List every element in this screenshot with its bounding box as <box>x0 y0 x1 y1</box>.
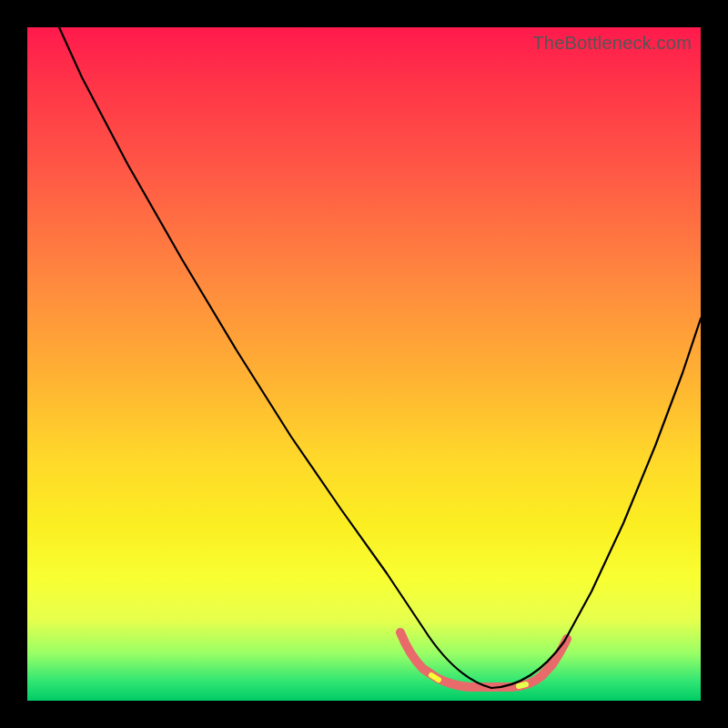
bottleneck-curve-right <box>491 318 701 688</box>
highlight-gap <box>431 675 439 680</box>
highlight-gap <box>519 684 526 686</box>
curve-layer <box>27 27 701 701</box>
bottleneck-curve-left <box>59 27 491 688</box>
plot-area: TheBottleneck.com <box>27 27 701 701</box>
highlight-segment <box>400 632 567 687</box>
chart-frame: TheBottleneck.com <box>0 0 728 728</box>
